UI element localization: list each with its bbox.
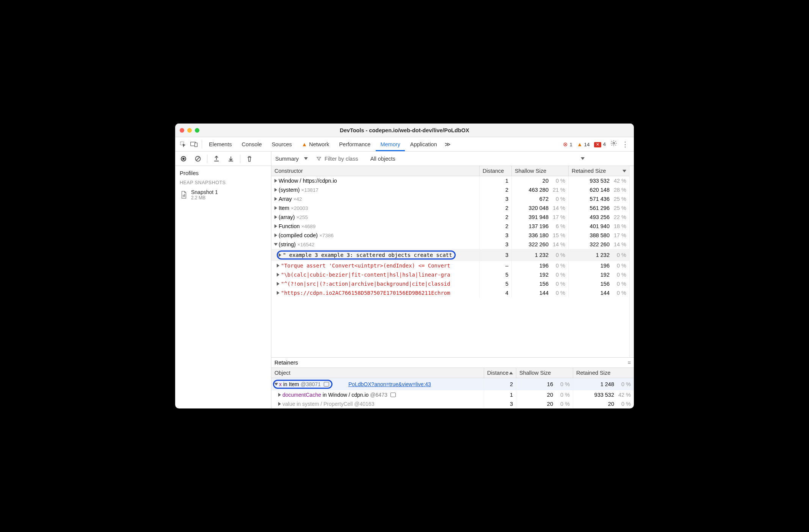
tab-application[interactable]: Application [406, 137, 442, 151]
sort-asc-icon [509, 372, 513, 374]
settings-icon[interactable] [610, 140, 617, 149]
tab-memory[interactable]: Memory [376, 137, 404, 151]
disclosure-triangle-icon[interactable] [274, 224, 277, 228]
tab-console[interactable]: Console [237, 137, 266, 151]
element-icon [324, 382, 329, 386]
export-button[interactable] [210, 153, 223, 164]
table-row[interactable]: "^(?!on|src|(?:action|archive|background… [271, 279, 629, 288]
disclosure-triangle-icon[interactable] [274, 179, 277, 183]
devtools-window: DevTools - codepen.io/web-dot-dev/live/P… [175, 124, 634, 408]
source-link[interactable]: PoLdbOX?anon=true&view=live:43 [348, 381, 431, 387]
chevron-down-icon [581, 157, 585, 160]
table-row[interactable]: Item ×200032320 04814 %561 29625 % [271, 203, 629, 213]
retainer-row[interactable]: value in system / PropertyCell @40163320… [271, 399, 634, 408]
col-shallow[interactable]: Shallow Size [516, 368, 573, 378]
clear-button[interactable] [192, 153, 204, 164]
violations-indicator[interactable]: ✕ 4 [594, 141, 606, 147]
disclosure-triangle-icon[interactable] [274, 206, 277, 210]
col-distance[interactable]: Distance [484, 368, 516, 378]
disclosure-triangle-icon[interactable] [277, 282, 279, 286]
minimize-window-button[interactable] [187, 128, 192, 133]
tab-network[interactable]: ▲Network [297, 137, 334, 151]
col-object[interactable]: Object [271, 368, 484, 378]
retainers-header: Object Distance Shallow Size Retained Si… [271, 368, 634, 378]
svg-rect-2 [195, 143, 198, 147]
disclosure-triangle-icon[interactable] [274, 215, 277, 219]
class-filter-input[interactable]: Filter by class [316, 156, 358, 162]
table-row[interactable]: (array) ×2552391 94817 %493 25622 % [271, 213, 629, 222]
col-retained[interactable]: Retained Size [573, 368, 634, 378]
constructor-grid-body[interactable]: Window / https://cdpn.io1200 %933 53242 … [271, 176, 629, 297]
disclosure-triangle-icon[interactable] [274, 188, 277, 192]
tab-sources[interactable]: Sources [267, 137, 296, 151]
toolbar-status: ⊗ 1 ▲ 14 ✕ 4 ⋮ [563, 140, 632, 149]
tab-performance[interactable]: Performance [334, 137, 375, 151]
retainers-body[interactable]: x in Item @38071 PoLdbOX?anon=true&view=… [271, 378, 634, 408]
inspect-icon[interactable] [177, 137, 188, 151]
disclosure-triangle-icon[interactable] [278, 402, 281, 406]
import-button[interactable] [225, 153, 237, 164]
disclosure-triangle-icon[interactable] [274, 233, 277, 237]
col-retained[interactable]: Retained Size [569, 166, 629, 176]
left-toolbar [175, 152, 271, 166]
window-title: DevTools - codepen.io/web-dot-dev/live/P… [175, 127, 634, 133]
titlebar: DevTools - codepen.io/web-dot-dev/live/P… [175, 124, 634, 137]
kebab-menu-icon[interactable]: ⋮ [622, 140, 629, 149]
constructor-grid-header: Constructor Distance Shallow Size Retain… [271, 166, 629, 176]
warnings-indicator[interactable]: ▲ 14 [577, 141, 590, 147]
table-row[interactable]: " example 3 example 3: scattered objects… [271, 249, 629, 261]
objects-scope-dropdown[interactable]: All objects [370, 156, 395, 162]
errors-indicator[interactable]: ⊗ 1 [563, 141, 572, 148]
table-row[interactable]: Function ×46892137 1966 %401 94018 % [271, 222, 629, 231]
disclosure-triangle-icon[interactable] [277, 273, 279, 277]
disclosure-triangle-icon[interactable] [274, 243, 278, 246]
element-icon [390, 393, 396, 397]
disclosure-triangle-icon[interactable] [274, 383, 278, 386]
profiles-heading: Profiles [175, 166, 271, 178]
table-row[interactable]: "https://cdpn.io2AC766158D5B7507E170156E… [271, 288, 629, 297]
chevron-down-icon [304, 157, 308, 160]
table-row[interactable]: (string) ×165423322 26014 %322 26014 % [271, 240, 629, 249]
violation-icon: ✕ [594, 142, 601, 147]
retainer-row[interactable]: x in Item @38071 PoLdbOX?anon=true&view=… [271, 378, 634, 390]
scrollbar[interactable] [629, 166, 634, 357]
record-button[interactable] [177, 153, 190, 164]
menu-icon[interactable]: ≡ [628, 360, 631, 366]
filter-icon [316, 156, 321, 161]
snapshot-item[interactable]: Snapshot 1 2.2 MB [175, 187, 271, 203]
table-row[interactable]: Array ×4236720 %571 43625 % [271, 194, 629, 203]
table-row[interactable]: "\b(calc|cubic-bezier|fit-content|hsl|hs… [271, 270, 629, 279]
tab-elements[interactable]: Elements [204, 137, 236, 151]
objects-scope-chevron[interactable] [579, 157, 585, 160]
close-window-button[interactable] [180, 128, 184, 133]
disclosure-triangle-icon[interactable] [274, 197, 277, 201]
disclosure-triangle-icon[interactable] [277, 264, 279, 268]
window-controls [180, 128, 199, 133]
disclosure-triangle-icon[interactable] [278, 393, 281, 397]
col-distance[interactable]: Distance [480, 166, 512, 176]
separator [240, 155, 240, 163]
file-icon [180, 191, 188, 199]
table-row[interactable]: (system) ×138172463 28021 %620 14828 % [271, 185, 629, 194]
warning-icon: ▲ [302, 141, 307, 147]
table-row[interactable]: (compiled code) ×73863336 18015 %388 580… [271, 231, 629, 240]
right-pane: Summary Filter by class All objects Cons… [271, 152, 634, 408]
disclosure-triangle-icon[interactable] [279, 253, 281, 257]
table-row[interactable]: "Torque assert 'Convert<uintptr>(endInde… [271, 261, 629, 270]
device-toggle-icon[interactable] [189, 137, 199, 151]
zoom-window-button[interactable] [195, 128, 199, 133]
disclosure-triangle-icon[interactable] [277, 291, 279, 295]
retainer-row[interactable]: documentCache in Window / cdpn.io @64731… [271, 390, 634, 399]
tabs-overflow[interactable]: ≫ [442, 137, 453, 151]
view-dropdown[interactable]: Summary [275, 156, 308, 162]
table-row[interactable]: Window / https://cdpn.io1200 %933 53242 … [271, 176, 629, 185]
gc-button[interactable] [243, 153, 256, 164]
panel-tabs: Elements Console Sources ▲Network Perfor… [175, 137, 634, 152]
warning-icon: ▲ [577, 141, 582, 147]
col-shallow[interactable]: Shallow Size [512, 166, 569, 176]
col-constructor[interactable]: Constructor [271, 166, 480, 176]
svg-line-7 [196, 157, 199, 160]
memory-toolbar: Summary Filter by class All objects [271, 152, 634, 166]
separator [207, 155, 207, 163]
retainers-pane: Retainers ≡ Object Distance Shallow Size… [271, 357, 634, 408]
